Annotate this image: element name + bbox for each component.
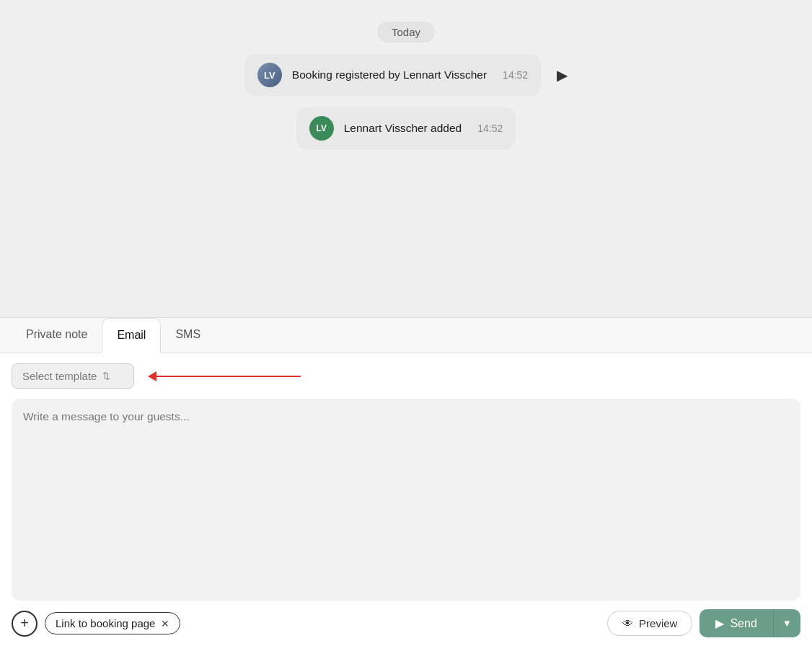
select-template-button[interactable]: Select template ⇅ xyxy=(12,363,134,389)
select-template-label: Select template xyxy=(22,370,97,382)
compose-panel: Private note Email SMS Select template ⇅… xyxy=(0,317,812,646)
message-bubble-2: LV Lennart Visscher added 14:52 xyxy=(296,107,516,149)
template-row: Select template ⇅ xyxy=(0,353,812,399)
send-arrow-icon: ▶ xyxy=(715,616,724,630)
message-time-2: 14:52 xyxy=(477,123,503,134)
send-label: Send xyxy=(730,617,756,630)
tab-private-note[interactable]: Private note xyxy=(12,318,102,353)
send-button[interactable]: ▶ Send xyxy=(700,609,772,637)
date-badge: Today xyxy=(377,22,435,43)
message-text-2: Lennart Visscher added xyxy=(344,122,462,135)
avatar-lv: LV xyxy=(309,116,334,141)
message-time-1: 14:52 xyxy=(503,69,528,81)
bottom-right: 👁 Preview ▶ Send ▼ xyxy=(607,609,800,637)
send-group: ▶ Send ▼ xyxy=(700,609,800,637)
close-icon[interactable]: ✕ xyxy=(161,618,169,629)
message-row-1: LV Booking registered by Lennart Vissche… xyxy=(81,54,731,96)
bottom-toolbar: + Link to booking page ✕ 👁 Preview ▶ Sen… xyxy=(0,601,812,646)
arrow-line xyxy=(156,376,301,377)
forward-icon: ▶ xyxy=(557,66,568,84)
eye-icon: 👁 xyxy=(622,617,633,629)
link-badge[interactable]: Link to booking page ✕ xyxy=(45,612,180,634)
avatar-1: LV xyxy=(257,63,282,87)
chat-area: Today LV Booking registered by Lennart V… xyxy=(0,0,812,317)
preview-label: Preview xyxy=(639,617,677,629)
link-badge-label: Link to booking page xyxy=(56,617,155,629)
message-input[interactable] xyxy=(12,399,800,601)
chevron-updown-icon: ⇅ xyxy=(102,371,110,381)
preview-button[interactable]: 👁 Preview xyxy=(607,611,692,636)
arrow-annotation xyxy=(149,371,301,381)
tab-sms[interactable]: SMS xyxy=(161,318,215,353)
plus-icon: + xyxy=(20,615,29,632)
arrowhead-icon xyxy=(148,371,156,381)
tabs-row: Private note Email SMS xyxy=(0,318,812,353)
message-text-1: Booking registered by Lennart Visscher xyxy=(292,68,487,81)
chevron-down-icon: ▼ xyxy=(782,618,792,629)
send-dropdown-button[interactable]: ▼ xyxy=(773,609,800,637)
tab-email[interactable]: Email xyxy=(102,318,161,353)
add-button[interactable]: + xyxy=(12,611,37,637)
bottom-left: + Link to booking page ✕ xyxy=(12,611,180,637)
message-row-2: LV Lennart Visscher added 14:52 xyxy=(81,107,731,149)
message-bubble-1: LV Booking registered by Lennart Vissche… xyxy=(244,54,541,96)
